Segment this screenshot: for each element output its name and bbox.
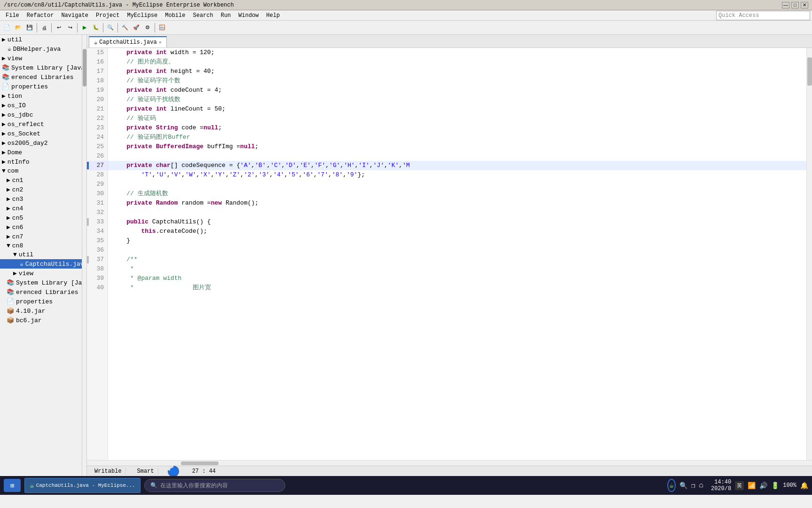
close-button[interactable]: ✕ (801, 2, 808, 8)
line-num-28: 28 (87, 170, 108, 180)
tab-captchautils[interactable]: ☕ CaptchaUtils.java ✕ (89, 36, 167, 48)
code-line-39: * @param width (108, 274, 806, 283)
line-num-16: 16 (87, 57, 108, 67)
debug-button[interactable]: 🐛 (91, 23, 101, 33)
myeclipse-button[interactable]: ⚙ (142, 23, 153, 33)
menu-file[interactable]: File (2, 11, 23, 20)
sidebar-item-jar-bc6[interactable]: 📦 bc6.jar (0, 316, 82, 325)
sidebar-item-label: erenced Libraries (16, 289, 78, 296)
code-content[interactable]: private int width = 120; // 图片的高度。 priva… (108, 48, 806, 460)
sidebar-item-os-reflect[interactable]: ▶ os_reflect (0, 119, 82, 129)
editor-horizontal-scrollbar[interactable] (87, 460, 812, 466)
notifications-icon[interactable]: 🔔 (800, 482, 808, 490)
sidebar-item-os2005[interactable]: ▶ os2005_day2 (0, 138, 82, 148)
char-val: 'T' (141, 170, 152, 180)
sidebar-item-tion[interactable]: ▶ tion (0, 91, 82, 101)
print-button[interactable]: 🖨 (39, 23, 49, 33)
taskbar-search[interactable]: 🔍 在这里输入你要搜索的内容 (144, 479, 285, 492)
volume-icon[interactable]: 🔊 (759, 482, 767, 490)
sidebar-item-dome[interactable]: ▶ Dome (0, 148, 82, 157)
sidebar-item-syslibrary[interactable]: 📚 System Library [JavaSE-1.7] (0, 63, 82, 72)
menu-navigate[interactable]: Navigate (57, 11, 92, 20)
comment: // 验证码 (126, 114, 156, 123)
menu-search[interactable]: Search (189, 11, 217, 20)
save-button[interactable]: 💾 (24, 23, 35, 33)
sidebar-item-label: CaptchaUtils.java (25, 261, 82, 268)
sidebar-item-util-top[interactable]: ▶ util (0, 35, 82, 44)
sidebar-item-properties2[interactable]: 📄 properties (0, 297, 82, 306)
active-app-indicator: ☕ (667, 479, 676, 492)
char-val: 'A' (240, 161, 251, 170)
folder-icon: ▶ (2, 120, 6, 128)
sidebar-item-os-io[interactable]: ▶ os_IO (0, 101, 82, 110)
minimize-button[interactable]: — (782, 2, 789, 8)
menu-refactor[interactable]: Refactor (23, 11, 58, 20)
code-text: , (240, 170, 244, 180)
sidebar-item-syslibrary2[interactable]: 📚 System Library [JavaSE-1.7] (0, 278, 82, 287)
sidebar-item-properties[interactable]: 📄 properties (0, 82, 82, 91)
sidebar-item-cn2[interactable]: ▶ cn2 (0, 185, 82, 194)
sidebar-item-cn1[interactable]: ▶ cn1 (0, 175, 82, 185)
build-button[interactable]: 🔨 (120, 23, 130, 33)
quick-access-box[interactable]: Quick Access (716, 11, 810, 20)
undo-button[interactable]: ↩ (54, 23, 64, 33)
line-num-20: 20 (87, 95, 108, 104)
sidebar-item-ntinfo[interactable]: ▶ ntInfo (0, 157, 82, 167)
myeclipse-icon: ☕ (669, 481, 674, 490)
tab-icon: ☕ (94, 39, 97, 46)
keyword: private (126, 86, 152, 95)
sidebar-item-cn8[interactable]: ▼ cn8 (0, 241, 82, 250)
menu-project[interactable]: Project (92, 11, 123, 20)
comment: // 生成随机数 (126, 189, 168, 198)
sidebar-item-cn3[interactable]: ▶ cn3 (0, 194, 82, 204)
javadoc-comment: * (130, 264, 134, 274)
sidebar-item-os-socket[interactable]: ▶ os_Socket (0, 129, 82, 138)
sidebar-item-com[interactable]: ▼ com (0, 167, 82, 175)
sidebar-item-cn7[interactable]: ▶ cn7 (0, 232, 82, 241)
editor-vertical-scrollbar[interactable] (806, 48, 812, 460)
run-button[interactable]: ▶ (79, 23, 90, 33)
code-text: ; (218, 123, 222, 133)
menu-mobile[interactable]: Mobile (161, 11, 189, 20)
sidebar-scrollbar[interactable] (82, 35, 86, 476)
folder-icon: ▶ (7, 223, 10, 231)
sidebar-item-reflibs[interactable]: 📚 erenced Libraries (0, 72, 82, 82)
maximize-button[interactable]: □ (791, 2, 799, 8)
tab-close-button[interactable]: ✕ (159, 40, 162, 45)
open-button[interactable]: 📂 (13, 23, 23, 33)
perspective-button[interactable]: 🪟 (157, 23, 167, 33)
sidebar-item-captchautils[interactable]: ☕ CaptchaUtils.java (0, 259, 82, 269)
sidebar-item-util-nested[interactable]: ▼ util (0, 250, 82, 259)
cortana-icon[interactable]: ⌂ (699, 481, 703, 490)
redo-button[interactable]: ↪ (65, 23, 75, 33)
sidebar-item-cn6[interactable]: ▶ cn6 (0, 222, 82, 232)
folder-icon: ▶ (2, 92, 6, 100)
editor-area: ☕ CaptchaUtils.java ✕ 15 16 17 18 19 20 … (87, 35, 812, 476)
battery-percent: 100% (783, 482, 796, 489)
new-button[interactable]: 📄 (2, 23, 12, 33)
sidebar-item-os-jdbc[interactable]: ▶ os_jdbc (0, 110, 82, 119)
sidebar-item-dbhelper[interactable]: ☕ DBHelper.java (0, 44, 82, 54)
task-view-icon[interactable]: ❐ (691, 482, 695, 490)
sidebar-item-cn5[interactable]: ▶ cn5 (0, 213, 82, 222)
menu-window[interactable]: Window (234, 11, 262, 20)
sidebar-item-reflibs2[interactable]: 📚 erenced Libraries (0, 287, 82, 297)
code-text: , (296, 161, 300, 170)
taskbar-app-button[interactable]: ☕ CaptchaUtils.java - MyEclipse... (24, 478, 141, 493)
search-toolbar-button[interactable]: 🔍 (105, 23, 116, 33)
menu-myeclipse[interactable]: MyEclipse (123, 11, 161, 20)
sidebar-item-view-nested[interactable]: ▶ view (0, 269, 82, 278)
javadoc-comment: * 图片宽 (130, 283, 211, 293)
code-text: , (326, 161, 329, 170)
deploy-button[interactable]: 🚀 (131, 23, 141, 33)
sidebar-item-jar410[interactable]: 📦 4.10.jar (0, 306, 82, 316)
menu-run[interactable]: Run (217, 11, 235, 20)
sidebar-item-view-top[interactable]: ▶ view (0, 54, 82, 63)
menu-help[interactable]: Help (263, 11, 284, 20)
line-num-35: 35 (87, 236, 108, 246)
code-editor[interactable]: 15 16 17 18 19 20 21 22 23 24 25 26 27 2… (87, 48, 812, 460)
sidebar-item-cn4[interactable]: ▶ cn4 (0, 204, 82, 213)
start-button[interactable]: ⊞ (4, 479, 21, 492)
folder-icon: ▶ (2, 139, 6, 147)
search-taskbar-icon[interactable]: 🔍 (679, 482, 687, 490)
